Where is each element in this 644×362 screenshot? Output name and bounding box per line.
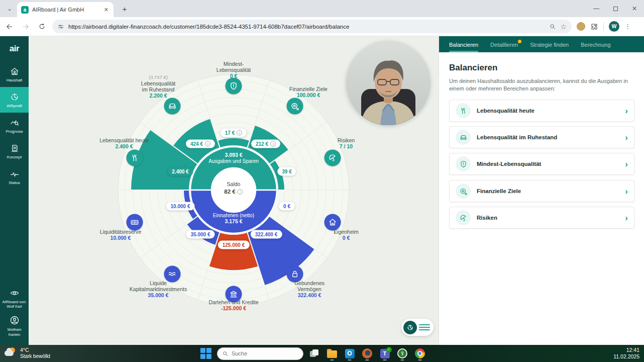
- browser-tab[interactable]: a AIRboard | Air GmbH ✕: [17, 2, 114, 17]
- umbrella-icon: [456, 210, 471, 225]
- task-view-button[interactable]: [308, 346, 321, 361]
- target-icon[interactable]: [287, 98, 303, 115]
- card-lebensqualitaet-heute[interactable]: Lebensqualität heute ›: [449, 100, 634, 122]
- chevron-right-icon: ›: [625, 133, 628, 142]
- info-icon[interactable]: i: [205, 141, 210, 147]
- chrome-button[interactable]: [413, 346, 426, 361]
- badge-darlehen[interactable]: 125.000 €: [218, 241, 250, 249]
- url-bar[interactable]: https://airboard.digitaler-finanzcoach.d…: [52, 20, 572, 33]
- webcam-video: [346, 41, 431, 125]
- target-icon: [456, 184, 471, 199]
- info-icon[interactable]: i: [270, 141, 276, 147]
- saldo-center[interactable]: Saldo 82 €i: [224, 180, 243, 196]
- badge-kapitalmarktinvestments[interactable]: 35.000 €: [186, 230, 215, 239]
- windows-logo-icon: [200, 347, 212, 359]
- start-button[interactable]: [199, 346, 212, 361]
- keepass-button[interactable]: [396, 346, 409, 361]
- pulse-icon: [10, 169, 20, 179]
- badge-ruhestand[interactable]: 424 €i: [186, 140, 215, 148]
- sidebar-viewer-info[interactable]: AIRboard von:Wolf Karl: [0, 288, 29, 309]
- tab-strategie-finden[interactable]: Strategie finden: [530, 42, 569, 52]
- bookmark-star-icon[interactable]: ☆: [560, 23, 567, 31]
- extension-icon[interactable]: [577, 22, 585, 31]
- chevron-right-icon: ›: [625, 160, 628, 168]
- browser-toolbar: https://airboard.digitaler-finanzcoach.d…: [0, 17, 644, 36]
- sidebar-item-status[interactable]: Status: [0, 164, 29, 190]
- forward-icon[interactable]: [19, 20, 32, 33]
- outlook-button[interactable]: O: [343, 346, 356, 361]
- new-tab-button[interactable]: +: [120, 4, 130, 14]
- sidebar-item-prognose[interactable]: Prognose: [0, 113, 29, 138]
- badge-lebensqualitaet-heute[interactable]: 2.400 €: [167, 167, 193, 176]
- window-close-button[interactable]: ✕: [625, 0, 644, 17]
- sector-label-liquiditaetsreserve: Liquiditätsreserve10.000 €: [100, 229, 141, 241]
- card-finanzielle-ziele[interactable]: Finanzielle Ziele ›: [449, 180, 634, 202]
- eye-icon: [10, 288, 20, 298]
- search-input[interactable]: [232, 350, 287, 356]
- extensions-puzzle-icon[interactable]: [590, 23, 598, 31]
- banknote-icon[interactable]: [127, 214, 143, 231]
- income-half-label: Einnahmen (netto) 3.175 €: [213, 213, 254, 224]
- chevron-right-icon: ›: [625, 214, 628, 222]
- teams-button[interactable]: T✓: [378, 346, 391, 361]
- tab-berechnung[interactable]: Berechnung: [581, 42, 610, 52]
- folder-icon: [327, 350, 337, 358]
- info-icon[interactable]: i: [238, 189, 243, 195]
- sector-label-ruhestand: (3.747 €)Lebensqualitätim Ruhestand2.200…: [141, 74, 175, 99]
- card-mindest-lebensqualitaet[interactable]: Mindest-Lebensqualität ›: [449, 153, 634, 175]
- expense-half-label: 3.093 € Ausgaben und Sparen: [208, 152, 259, 164]
- browser-menu-icon[interactable]: ⋮: [624, 23, 631, 30]
- tab-balancieren[interactable]: Balancieren: [449, 42, 478, 52]
- sidebar-item-konzept[interactable]: Konzept: [0, 138, 29, 164]
- info-icon[interactable]: i: [237, 130, 242, 136]
- site-settings-icon[interactable]: [57, 23, 64, 30]
- person-icon: [9, 315, 20, 326]
- forecast-chart-icon: [10, 118, 20, 128]
- sector-label-eigenheim: Eigenheim0 €: [334, 229, 359, 241]
- browser-tabstrip: ⌄ a AIRboard | Air GmbH ✕ + — ✕: [0, 0, 644, 17]
- pie-view-button[interactable]: [403, 321, 417, 334]
- panel-description: Um deinen Haushaltssaldo auszubalanciere…: [449, 77, 633, 93]
- tab-detaillieren[interactable]: Detaillieren: [490, 42, 518, 52]
- taskbar-weather[interactable]: 4°CStark bewölkt: [4, 346, 50, 359]
- badge-risiken[interactable]: 39 €: [277, 167, 296, 176]
- badge-liquiditaetsreserve[interactable]: 10.000 €: [166, 202, 195, 211]
- taskbar-search[interactable]: [217, 347, 303, 360]
- back-icon[interactable]: [3, 20, 16, 33]
- tab-title: AIRboard | Air GmbH: [32, 7, 99, 13]
- search-icon: [222, 350, 229, 357]
- sidebar-user[interactable]: WolframKarlein: [0, 315, 29, 337]
- umbrella-icon[interactable]: [325, 150, 341, 166]
- list-view-button[interactable]: [419, 322, 430, 333]
- card-risiken[interactable]: Risiken ›: [449, 207, 634, 229]
- badge-gebundenes-vermoegen[interactable]: 322.400 €: [251, 230, 282, 239]
- shield-icon[interactable]: [226, 78, 242, 95]
- cutlery-icon[interactable]: [127, 150, 143, 166]
- sector-label-lebensqualitaet-heute: Lebensqualität heute2.400 €: [99, 137, 149, 149]
- zoom-icon[interactable]: [549, 23, 556, 30]
- badge-mindest-lebensqualitaet[interactable]: 17 €i: [221, 129, 247, 137]
- couch-icon[interactable]: [164, 98, 181, 115]
- card-lebensqualitaet-ruhestand[interactable]: Lebensqualität im Ruhestand ›: [449, 126, 634, 148]
- file-explorer-button[interactable]: [326, 346, 339, 361]
- url-text[interactable]: https://airboard.digitaler-finanzcoach.d…: [68, 24, 545, 30]
- tab-close-icon[interactable]: ✕: [103, 7, 110, 13]
- sector-label-gebundenes-vermoegen: GebundenesVermögen322.400 €: [294, 280, 325, 298]
- tab-search-chevron-icon[interactable]: ⌄: [4, 4, 15, 14]
- sector-label-kapitalmarktinvestments: LiquideKapitalmarktinvestments35.000 €: [130, 280, 187, 298]
- taskbar-clock[interactable]: 12:4111.02.2025: [613, 347, 639, 360]
- badge-finanzielle-ziele[interactable]: 212 €i: [251, 140, 280, 148]
- reload-icon[interactable]: [35, 20, 48, 33]
- window-maximize-button[interactable]: [606, 0, 625, 17]
- profile-avatar[interactable]: W: [609, 21, 619, 32]
- browser-app-button[interactable]: [361, 346, 374, 361]
- home-icon[interactable]: [325, 214, 341, 231]
- badge-eigenheim[interactable]: 0 €: [279, 202, 295, 211]
- panel-tabbar: Balancieren Detaillieren Strategie finde…: [439, 36, 644, 52]
- sidebar-item-airprofil[interactable]: AIRprofil: [0, 87, 29, 113]
- pie-chart-icon: [10, 92, 20, 102]
- window-minimize-button[interactable]: —: [587, 0, 606, 17]
- sector-label-risiken: Risiken7 / 10: [338, 137, 355, 149]
- sidebar-item-haushalt[interactable]: Haushalt: [0, 61, 29, 87]
- app-logo: air: [0, 36, 29, 61]
